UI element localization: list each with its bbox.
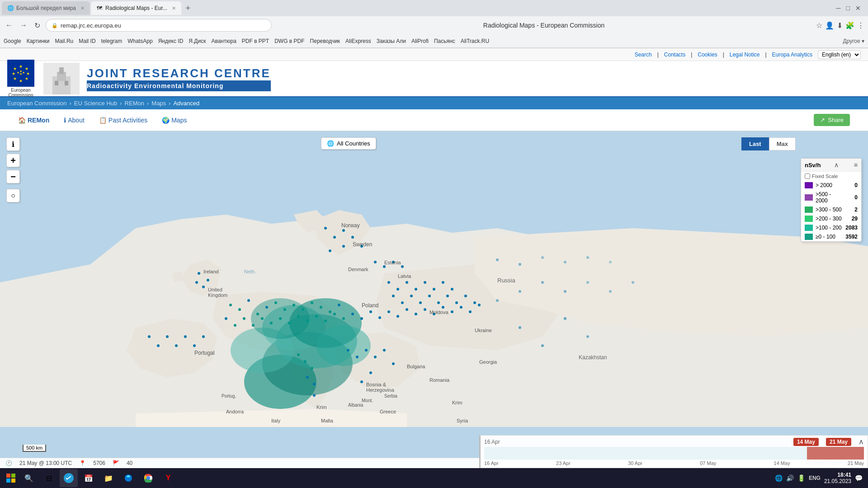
breadcrumb-maps[interactable]: Maps — [151, 100, 166, 107]
yandex-app[interactable]: Y — [159, 469, 177, 487]
start-button[interactable] — [2, 469, 20, 487]
fixed-scale-checkbox[interactable] — [805, 174, 810, 179]
bookmark-mailid[interactable]: Mail ID — [79, 38, 95, 44]
bookmark-more[interactable]: Другое ▾ — [843, 38, 864, 44]
svg-text:Norway: Norway — [341, 222, 360, 229]
menu-icon[interactable]: ⋮ — [857, 21, 864, 30]
address-bar[interactable]: 🔒 remap.jrc.ec.europa.eu — [46, 19, 272, 32]
bookmark-telegram[interactable]: telegram — [101, 38, 123, 44]
svg-point-164 — [586, 281, 589, 284]
bookmark-whatsapp[interactable]: WhatsApp — [127, 38, 152, 44]
legend-label-1: > 2000 — [816, 182, 844, 188]
max-button[interactable]: Max — [769, 137, 796, 150]
legend-collapse-button[interactable]: ∧ — [834, 161, 839, 169]
explorer-app[interactable]: 📁 — [99, 469, 118, 487]
svg-point-81 — [202, 335, 205, 338]
location-icon: 📍 — [79, 460, 86, 466]
search-app[interactable]: 🔍 — [20, 469, 38, 487]
cookies-link[interactable]: Cookies — [698, 52, 717, 58]
bookmark-pdfppt[interactable]: PDF в PPT — [242, 38, 269, 44]
new-tab-button[interactable]: + — [182, 4, 194, 13]
tab-inactive[interactable]: 🌐 Большой передел мира ✕ — [2, 1, 90, 15]
zoom-out-button[interactable]: − — [6, 170, 20, 183]
info-button[interactable]: ℹ — [6, 137, 20, 151]
restore-icon[interactable]: □ — [846, 5, 850, 12]
locate-button[interactable]: ○ — [6, 189, 20, 202]
back-button[interactable]: ← — [4, 19, 14, 31]
tray-time[interactable]: 18:41 21.05.2023 — [824, 472, 851, 484]
svg-point-73 — [469, 310, 472, 313]
timeline-bar[interactable] — [484, 447, 864, 460]
svg-point-90 — [342, 229, 345, 232]
bookmark-aliprofi[interactable]: AliProfi — [411, 38, 429, 44]
breadcrumb-remon[interactable]: REMon — [125, 100, 144, 107]
lastmax-controls: Last Max — [741, 137, 796, 150]
map-section[interactable]: Norway Sweden Estonia Denmark Latvia Ire… — [0, 131, 868, 488]
search-link[interactable]: Search — [635, 52, 652, 58]
zoom-in-button[interactable]: + — [6, 154, 20, 167]
bookmark-orders[interactable]: Заказы Али — [377, 38, 406, 44]
download-icon[interactable]: ⬇ — [837, 21, 843, 30]
reload-button[interactable]: ↻ — [33, 19, 42, 32]
bookmark-icon[interactable]: ☆ — [816, 21, 822, 30]
svg-point-77 — [166, 335, 169, 338]
last-button[interactable]: Last — [741, 137, 769, 150]
svg-text:Kingdom: Kingdom — [208, 292, 227, 298]
bookmark-dwgpdf[interactable]: DWG в PDF — [274, 38, 304, 44]
bookmark-avantura[interactable]: Авантюра — [211, 38, 236, 44]
tab-active[interactable]: 🗺 Radiological Maps - Eur... ✕ — [91, 1, 181, 15]
minimize-icon[interactable]: ─ — [836, 5, 841, 12]
bookmark-alitrack[interactable]: AliTrack.RU — [461, 38, 490, 44]
nav-maps[interactable]: 🌍 Maps — [162, 117, 187, 124]
timeline-expand-button[interactable]: ∧ — [859, 437, 864, 446]
contacts-link[interactable]: Contacts — [664, 52, 685, 58]
nav-about[interactable]: ℹ About — [64, 117, 85, 124]
svg-point-62 — [369, 310, 372, 313]
nav-remon[interactable]: 🏠 REMon — [18, 117, 49, 124]
legal-notice-link[interactable]: Legal Notice — [730, 52, 760, 58]
bookmark-translator[interactable]: Переводчик — [310, 38, 340, 44]
battery-icon[interactable]: 🔋 — [797, 474, 805, 482]
tab-close-inactive[interactable]: ✕ — [80, 5, 85, 11]
bookmark-yadisk[interactable]: Я.Диск — [189, 38, 206, 44]
svg-text:★: ★ — [17, 71, 19, 74]
timeline-panel: 16 Apr 14 May 21 May ∧ 16 Apr 23 Apr 30 … — [479, 435, 868, 468]
nav-bar: 🏠 REMon ℹ About 📋 Past Activities 🌍 Maps… — [0, 109, 868, 131]
bookmark-google[interactable]: Google — [4, 38, 21, 44]
language-select[interactable]: English (en) — [818, 50, 861, 59]
calendar-app[interactable]: 📅 — [80, 469, 98, 487]
svg-point-40 — [292, 304, 295, 306]
bookmark-yandexid[interactable]: Яндекс ID — [158, 38, 184, 44]
bookmark-mailru[interactable]: Mail.Ru — [55, 38, 74, 44]
chrome-app[interactable] — [139, 469, 157, 487]
legend-menu-button[interactable]: ≡ — [854, 161, 858, 169]
svg-point-113 — [410, 295, 413, 297]
tray-lang[interactable]: ENG — [809, 475, 821, 481]
bookmark-pasyan[interactable]: Пасьянс — [434, 38, 455, 44]
extension-icon[interactable]: 🧩 — [845, 21, 854, 30]
svg-text:★: ★ — [25, 66, 28, 71]
breadcrumb-hub[interactable]: EU Science Hub — [74, 100, 117, 107]
edge-app[interactable] — [119, 469, 137, 487]
tab-close-active[interactable]: ✕ — [172, 5, 176, 11]
close-icon[interactable]: ✕ — [855, 5, 861, 12]
bookmark-aliexpress[interactable]: AliExpress — [345, 38, 371, 44]
europa-analytics-link[interactable]: Europa Analytics — [772, 52, 812, 58]
breadcrumb-ec[interactable]: European Commission — [7, 100, 67, 107]
telegram-app[interactable] — [60, 469, 78, 487]
all-countries-button[interactable]: 🌐 All Countries — [321, 137, 376, 150]
network-icon[interactable]: 🌐 — [775, 474, 783, 482]
volume-icon[interactable]: 🔊 — [786, 474, 794, 482]
share-button[interactable]: ↗ Share — [814, 114, 850, 126]
svg-point-159 — [586, 335, 589, 338]
taskview-app[interactable]: ⊟ — [40, 469, 58, 487]
timeline-labels: 16 Apr 23 Apr 30 Apr 07 May 14 May 21 Ma… — [481, 460, 868, 468]
svg-text:Bulgaria: Bulgaria — [407, 364, 425, 369]
bookmark-kartinki[interactable]: Картинки — [27, 38, 50, 44]
svg-point-109 — [442, 281, 444, 284]
notification-icon[interactable]: 💬 — [855, 474, 863, 482]
tab-label-active: Radiological Maps - Eur... — [105, 5, 167, 11]
nav-past-activities[interactable]: 📋 Past Activities — [99, 117, 147, 124]
forward-button[interactable]: → — [18, 19, 29, 31]
person-icon[interactable]: 👤 — [825, 21, 834, 30]
